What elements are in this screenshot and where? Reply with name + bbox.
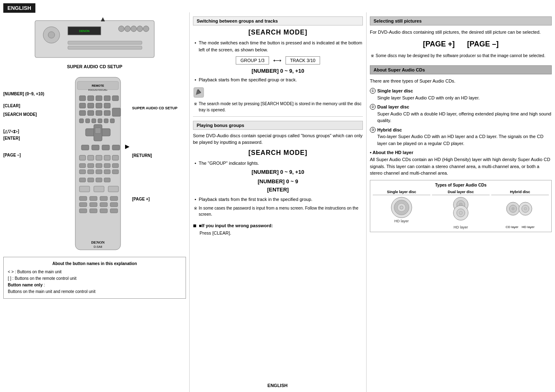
right-column: Selecting still pictures For DVD-Audio d… (366, 12, 555, 392)
page-minus-label: [PAGE –] (467, 40, 499, 48)
svg-point-9 (143, 26, 149, 32)
svg-rect-75 (90, 209, 97, 213)
sacd-disc-single: HD layer (373, 196, 430, 223)
svg-rect-11 (68, 46, 142, 49)
remote-svg: REMOTE FOCUS FOCUS+ (71, 75, 125, 252)
sacd-desc: There are three types of Super Audio CDs… (370, 78, 552, 85)
info-line3: Button name only : (8, 282, 181, 288)
page-buttons-area: [PAGE +] [PAGE –] (370, 40, 552, 48)
search-mode-label2: [SEARCH MODE] (193, 149, 363, 157)
svg-rect-59 (79, 178, 86, 182)
svg-point-96 (524, 208, 527, 210)
svg-rect-28 (96, 111, 102, 115)
sacd-item-3-title: Hybrid disc (377, 127, 552, 134)
svg-rect-49 (79, 164, 86, 168)
svg-rect-57 (104, 170, 110, 174)
svg-point-6 (125, 26, 130, 32)
section-sacd-header: About Super Audio CDs (370, 65, 552, 74)
track-box: TRACK 3/10 (286, 56, 320, 65)
svg-rect-63 (79, 186, 90, 192)
sacd-item-3-desc: Two-layer Super Audio CD with an HD laye… (377, 133, 552, 147)
svg-point-84 (400, 206, 403, 209)
svg-rect-48 (112, 155, 118, 160)
cd-player-diagram: DENON (3, 16, 186, 62)
info-line1: < > : Buttons on the main unit (8, 269, 181, 275)
sacd-item-2-content: Dual layer disc Super Audio CD with a do… (377, 104, 552, 124)
svg-rect-74 (79, 209, 87, 213)
language-header: ENGLISH (3, 3, 35, 13)
svg-rect-23 (88, 103, 94, 108)
wrong-password-text: Press [CLEAR]. (193, 231, 363, 235)
svg-rect-24 (96, 103, 102, 108)
group-box: GROUP 1/3 (236, 56, 269, 65)
label-return: [RETURN] (132, 153, 158, 158)
sacd-item-2-title: Dual layer disc (377, 104, 552, 111)
svg-rect-65 (108, 186, 118, 192)
sacd-item-1-desc: Single layer Super Audio CD with only an… (377, 95, 480, 101)
label-page-plus-right: [PAGE +] (132, 197, 158, 201)
section-bonus-header: Playing bonus groups (193, 121, 363, 130)
svg-rect-54 (79, 170, 86, 174)
layer-label-2: HD layer (453, 225, 468, 229)
hd-layer-title: • About the HD layer (370, 150, 552, 155)
track-arrow: ⟷ (273, 57, 281, 64)
svg-point-8 (137, 26, 143, 32)
label-clear: [CLEAR] (3, 104, 71, 108)
svg-point-7 (131, 26, 137, 32)
svg-rect-52 (104, 164, 110, 168)
page-footer: ENGLISH (267, 383, 288, 388)
label-search-mode: [SEARCH MODE] (3, 112, 71, 117)
section2-desc: Some DVD-Audio discs contain special gro… (193, 132, 363, 146)
svg-rect-19 (96, 96, 102, 101)
sacd-col-dual: Dual layer disc (432, 190, 490, 195)
sacd-type-dual: Dual layer disc HD layer (432, 190, 490, 229)
middle-column: Switching between groups and tracks [SEA… (189, 12, 366, 392)
svg-rect-55 (88, 170, 94, 174)
svg-rect-73 (110, 203, 118, 207)
svg-rect-68 (100, 196, 107, 201)
svg-rect-70 (79, 203, 87, 207)
label-remote-device: SUPER AUDIO CD SETUP (132, 106, 158, 110)
svg-rect-26 (79, 111, 86, 115)
disc-svg-1 (390, 196, 413, 219)
page-plus-label: [PAGE +] (423, 40, 455, 48)
number-mode-label2: [NUMBER] 0 ~ 9, +10 (193, 169, 363, 175)
svg-rect-62 (104, 178, 110, 182)
svg-rect-21 (112, 96, 118, 101)
device-label-top: SUPER AUDIO CD SETUP (3, 64, 186, 69)
svg-rect-29 (104, 111, 110, 115)
num-2: ② (370, 104, 376, 110)
left-column: DENON SUPER AUDIO CD SETUP [NUMBER] (0~9… (0, 12, 189, 392)
svg-rect-30 (112, 108, 121, 116)
cd-layer-label: CD layer (506, 225, 518, 229)
svg-rect-67 (90, 196, 97, 201)
svg-rect-64 (94, 186, 104, 192)
svg-point-2 (48, 32, 55, 38)
sacd-type-single: Single layer disc HD layer (373, 190, 430, 229)
svg-rect-66 (79, 196, 87, 201)
left-labels: [NUMBER] (0~9, +10) [CLEAR] [SEARCH MODE… (3, 75, 71, 253)
sacd-item-3: ③ Hybrid disc Two-layer Super Audio CD w… (370, 127, 552, 147)
svg-point-5 (118, 26, 124, 32)
svg-rect-33 (92, 119, 96, 123)
svg-rect-71 (90, 203, 97, 207)
section2-bullet2: Playback starts from the first track in … (193, 196, 363, 203)
svg-rect-10 (68, 41, 142, 44)
sacd-item-2-desc: Super Audio CD with a double HD layer, o… (377, 111, 552, 124)
wrong-password-area: ■ ■If you input the wrong password: Pres… (193, 222, 363, 235)
still-pictures-desc: For DVD-Audio discs containing still pic… (370, 29, 552, 36)
svg-rect-25 (104, 103, 110, 108)
label-nav: [△▽◁▷] (3, 129, 71, 134)
svg-rect-60 (88, 178, 94, 182)
pencil-svg (193, 87, 204, 98)
svg-rect-44 (79, 155, 86, 160)
svg-rect-27 (88, 111, 94, 115)
svg-rect-53 (112, 164, 118, 168)
label-page-minus: [PAGE –] (3, 153, 71, 157)
sacd-type-hybrid: Hybrid disc CD layer (491, 190, 549, 229)
svg-rect-77 (110, 209, 118, 213)
disc-svg-2 (450, 196, 472, 225)
number-mode-label: [NUMBER] 0 ~ 9, +10 (193, 68, 363, 74)
section1-bullet2: Playback starts from the specified group… (193, 76, 363, 83)
info-line2: [ ] : Buttons on the remote control unit (8, 275, 181, 282)
